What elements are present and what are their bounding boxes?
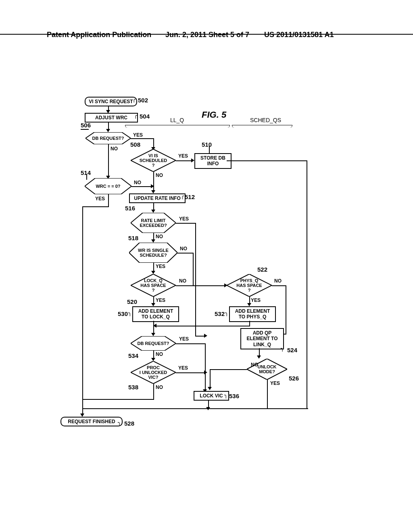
node-530: ADD ELEMENT TO LOCK_Q bbox=[132, 306, 179, 322]
header-left: Patent Application Publication bbox=[47, 31, 151, 39]
node-518: WR IS SINGLE SCHEDULE? bbox=[129, 243, 177, 263]
ref-514: 514 bbox=[81, 169, 91, 176]
node-520: LOCK_Q HAS SPACE ? bbox=[131, 274, 176, 297]
region-llq-label: LL_Q bbox=[170, 117, 184, 123]
region-llq-brace bbox=[125, 125, 230, 127]
edge-514-yes: YES bbox=[95, 196, 105, 202]
node-538: PROC I UNLOCKED VIC? bbox=[131, 361, 176, 384]
ref-502: 502 bbox=[138, 97, 148, 104]
node-512: UPDATE RATE INFO bbox=[129, 193, 186, 203]
header-center: Jun. 2, 2011 Sheet 5 of 7 bbox=[165, 31, 249, 39]
edge-516-yes: YES bbox=[179, 216, 189, 222]
ref-534: 534 bbox=[128, 352, 138, 359]
node-504: ADJUST WRC bbox=[85, 113, 138, 123]
ref-538: 538 bbox=[128, 384, 138, 391]
ref-506: 506 bbox=[81, 122, 91, 129]
edge-538-no: NO bbox=[156, 384, 163, 390]
ref-536: 536 bbox=[229, 393, 239, 399]
edge-522-yes: YES bbox=[251, 297, 261, 303]
edge-538-yes: YES bbox=[178, 365, 188, 371]
edge-526-no: NO bbox=[251, 362, 258, 368]
figure-title: FIG. 5 bbox=[202, 110, 226, 120]
node-516: RATE LIMIT EXCEEDED? bbox=[131, 213, 176, 233]
flowchart: FIG. 5 LL_Q SCHED_QS VI SYNC REQUEST 502… bbox=[81, 93, 343, 435]
edge-520-yes: YES bbox=[156, 297, 165, 303]
ref-520: 520 bbox=[127, 298, 137, 305]
edge-518-no: NO bbox=[180, 246, 187, 251]
edge-522-no: NO bbox=[274, 278, 282, 284]
ref-522: 522 bbox=[257, 266, 267, 273]
node-522: PHYS_Q HAS SPACE ? bbox=[227, 274, 272, 297]
ref-508: 508 bbox=[130, 141, 140, 148]
node-528: REQUEST FINISHED bbox=[60, 417, 123, 426]
edge-518-yes: YES bbox=[156, 264, 165, 269]
ref-518: 518 bbox=[128, 235, 138, 241]
ref-512: 512 bbox=[185, 193, 195, 200]
edge-526-yes: YES bbox=[270, 380, 280, 386]
node-524: ADD QP ELEMENT TO LINK_Q bbox=[240, 328, 284, 349]
region-schedqs-label: SCHED_QS bbox=[250, 117, 281, 123]
ref-530: 530 bbox=[118, 310, 128, 317]
edge-516-no: NO bbox=[156, 234, 163, 239]
edge-506-no: NO bbox=[111, 146, 118, 152]
node-508: VI IS SCHEDULED ? bbox=[131, 149, 176, 172]
ref-504: 504 bbox=[140, 113, 150, 120]
node-506: DB REQUEST? bbox=[86, 132, 131, 144]
header-right: US 2011/0131581 A1 bbox=[264, 31, 334, 39]
ref-524: 524 bbox=[287, 347, 297, 353]
ref-516: 516 bbox=[125, 205, 135, 212]
node-534: DB REQUEST? bbox=[131, 336, 176, 351]
ref-532: 532 bbox=[215, 310, 225, 317]
ref-528: 528 bbox=[124, 420, 134, 427]
edge-506-yes: YES bbox=[133, 132, 143, 138]
edge-514-no: NO bbox=[134, 180, 141, 185]
region-schedqs-brace bbox=[232, 125, 292, 127]
edge-508-no: NO bbox=[156, 172, 163, 178]
node-510: STORE DB INFO bbox=[194, 153, 232, 169]
edge-508-yes: YES bbox=[178, 153, 188, 159]
node-532: ADD ELEMENT TO PHYS_Q bbox=[229, 306, 276, 322]
node-502: VI SYNC REQUEST bbox=[85, 97, 137, 106]
ref-526: 526 bbox=[289, 375, 299, 382]
edge-534-no: NO bbox=[156, 351, 163, 357]
node-536: LOCK VIC bbox=[194, 391, 229, 401]
node-514: WRC = = 0? bbox=[85, 178, 131, 194]
edge-534-yes: YES bbox=[179, 336, 189, 342]
ref-510: 510 bbox=[202, 141, 212, 148]
edge-520-no: NO bbox=[179, 278, 186, 284]
